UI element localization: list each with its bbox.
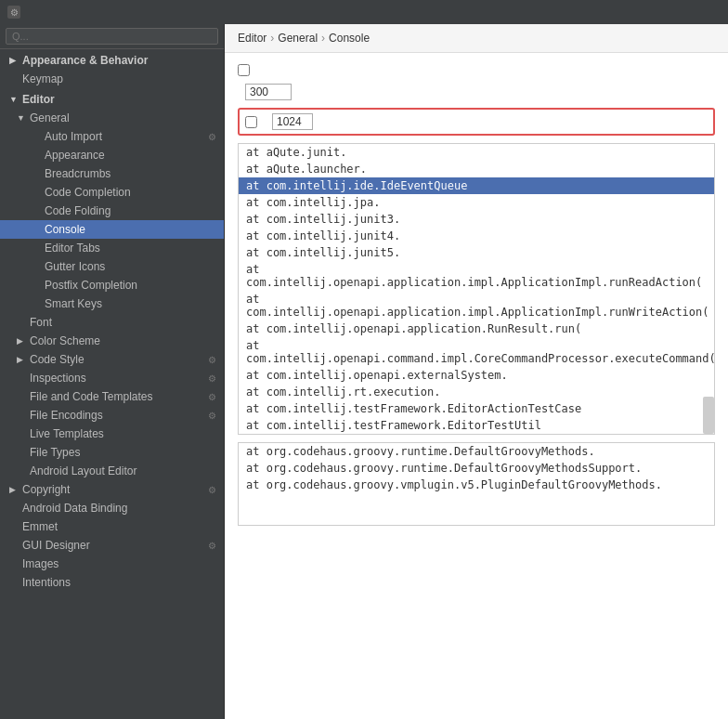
exception-list-item: at org.codehaus.groovy.runtime.DefaultGr… (239, 443, 714, 460)
sidebar-item-label: Code Completion (45, 186, 131, 199)
settings-icon: ⚙ (208, 373, 216, 384)
sidebar-item-label: Code Folding (45, 204, 110, 217)
content-body: at aQute.junit.at aQute.launcher.at com.… (225, 53, 728, 719)
exceptions-section: at org.codehaus.groovy.runtime.DefaultGr… (238, 442, 715, 526)
sidebar-item-label: Appearance & Behavior (22, 54, 148, 67)
sidebar-item-appearance-behavior[interactable]: ▶Appearance & Behavior (0, 49, 224, 70)
sidebar-item-label: File Encodings (30, 409, 103, 422)
history-row (238, 84, 715, 100)
fold-list-item[interactable]: at com.intellij.ide.IdeEventQueue (239, 177, 714, 194)
sidebar-item-editor[interactable]: ▼Editor (0, 88, 224, 109)
sidebar-item-code-folding[interactable]: Code Folding (0, 202, 224, 220)
fold-list-item[interactable]: at com.intellij.openapi.application.impl… (239, 261, 714, 291)
settings-icon: ⚙ (208, 541, 216, 551)
sidebar-item-file-encodings[interactable]: File Encodings⚙ (0, 406, 224, 425)
sidebar-item-android-layout-editor[interactable]: Android Layout Editor (0, 462, 224, 480)
search-bar (0, 24, 224, 49)
fold-list-item[interactable]: at com.intellij.testFramework.EditorActi… (239, 400, 714, 417)
sidebar-item-label: Editor (22, 93, 55, 106)
chevron-icon: ▼ (9, 95, 19, 104)
sidebar-item-live-templates[interactable]: Live Templates (0, 425, 224, 443)
settings-icon: ⚙ (208, 355, 216, 365)
sidebar-item-general[interactable]: ▼General (0, 109, 224, 127)
fold-list-item[interactable]: at com.intellij.testFramework.EditorTest… (239, 417, 714, 434)
breadcrumb-part-2: Console (329, 32, 370, 45)
sidebar-item-code-completion[interactable]: Code Completion (0, 183, 224, 202)
sidebar-item-label: Font (30, 316, 52, 329)
sidebar-item-label: Emmet (22, 520, 58, 533)
fold-list-item[interactable]: at aQute.junit. (239, 144, 714, 161)
sidebar-item-label: Gutter Icons (45, 260, 105, 273)
settings-icon: ⚙ (208, 485, 216, 495)
app-icon: ⚙ (7, 6, 20, 19)
sidebar-item-copyright[interactable]: ▶Copyright⚙ (0, 480, 224, 499)
sidebar-item-gutter-icons[interactable]: Gutter Icons (0, 257, 224, 276)
sidebar-item-label: File Types (30, 446, 80, 459)
sidebar-item-label: GUI Designer (22, 539, 90, 552)
fold-list-item[interactable]: at com.intellij.rt.execution. (239, 384, 714, 400)
soft-wraps-row (238, 64, 715, 76)
title-bar: ⚙ (0, 0, 728, 24)
sidebar-item-images[interactable]: Images (0, 555, 224, 573)
sidebar-item-code-style[interactable]: ▶Code Style⚙ (0, 350, 224, 369)
sidebar: ▶Appearance & Behavior Keymap▼Editor▼Gen… (0, 24, 225, 719)
fold-scrollbar[interactable] (703, 397, 714, 434)
override-value-input[interactable] (272, 113, 313, 130)
sidebar-item-editor-tabs[interactable]: Editor Tabs (0, 239, 224, 257)
search-input[interactable] (6, 28, 218, 45)
fold-list-item[interactable]: at com.intellij.openapi.application.RunR… (239, 320, 714, 337)
override-checkbox[interactable] (245, 116, 257, 128)
content-panel: Editor › General › Console (225, 24, 728, 719)
breadcrumb: Editor › General › Console (225, 24, 728, 53)
exception-list-item: at org.codehaus.groovy.runtime.DefaultGr… (239, 460, 714, 477)
sidebar-item-label: Console (45, 223, 85, 236)
fold-list-item[interactable]: at com.intellij.openapi.externalSystem. (239, 367, 714, 384)
exception-list-item: at org.codehaus.groovy.vmplugin.v5.Plugi… (239, 477, 714, 493)
chevron-icon: ▶ (9, 485, 19, 494)
sidebar-item-console[interactable]: Console (0, 220, 224, 239)
fold-list-item[interactable]: at com.intellij.junit3. (239, 211, 714, 228)
sidebar-item-label: General (30, 111, 70, 124)
fold-list-item[interactable]: at com.intellij.openapi.command.impl.Cor… (239, 337, 714, 367)
fold-list-item[interactable]: at com.intellij.junit5. (239, 244, 714, 261)
sidebar-item-intentions[interactable]: Intentions (0, 573, 224, 592)
sidebar-item-gui-designer[interactable]: GUI Designer⚙ (0, 536, 224, 555)
sidebar-item-auto-import[interactable]: Auto Import⚙ (0, 127, 224, 146)
chevron-icon: ▼ (17, 113, 26, 123)
sidebar-item-android-data-binding[interactable]: Android Data Binding (0, 499, 224, 517)
sidebar-item-label: Color Scheme (30, 334, 100, 347)
sidebar-item-breadcrumbs[interactable]: Breadcrumbs (0, 164, 224, 183)
chevron-icon: ▶ (17, 336, 26, 346)
main-layout: ▶Appearance & Behavior Keymap▼Editor▼Gen… (0, 24, 728, 719)
sidebar-item-label: Breadcrumbs (45, 167, 110, 180)
sidebar-item-label: Smart Keys (45, 297, 102, 310)
sidebar-item-label: Copyright (22, 483, 70, 496)
sidebar-item-label: Images (22, 557, 58, 570)
sidebar-item-file-types[interactable]: File Types (0, 443, 224, 462)
sidebar-item-keymap[interactable]: Keymap (0, 70, 224, 88)
sidebar-item-smart-keys[interactable]: Smart Keys (0, 294, 224, 313)
breadcrumb-part-0: Editor (238, 32, 266, 45)
chevron-icon: ▶ (17, 355, 26, 364)
fold-list-item[interactable]: at com.intellij.jpa. (239, 194, 714, 211)
sidebar-item-emmet[interactable]: Emmet (0, 517, 224, 536)
sidebar-item-file-code-templates[interactable]: File and Code Templates⚙ (0, 387, 224, 406)
settings-icon: ⚙ (208, 132, 216, 142)
exceptions-list[interactable]: at org.codehaus.groovy.runtime.DefaultGr… (238, 442, 715, 526)
fold-list-item[interactable]: at aQute.launcher. (239, 161, 714, 177)
history-value-input[interactable] (245, 84, 292, 100)
sidebar-items-container: ▶Appearance & Behavior Keymap▼Editor▼Gen… (0, 49, 224, 592)
sidebar-item-label: Keymap (22, 72, 63, 85)
soft-wraps-checkbox[interactable] (238, 64, 250, 76)
fold-list[interactable]: at aQute.junit.at aQute.launcher.at com.… (238, 143, 715, 435)
sidebar-item-appearance[interactable]: Appearance (0, 146, 224, 164)
sidebar-item-font[interactable]: Font (0, 313, 224, 332)
sidebar-item-color-scheme[interactable]: ▶Color Scheme (0, 332, 224, 350)
fold-list-item[interactable]: at com.intellij.openapi.application.impl… (239, 291, 714, 320)
chevron-icon: ▶ (9, 56, 19, 65)
sidebar-item-label: Android Data Binding (22, 502, 127, 515)
sidebar-item-postfix-completion[interactable]: Postfix Completion (0, 276, 224, 294)
sidebar-item-inspections[interactable]: Inspections⚙ (0, 369, 224, 387)
fold-items-container: at aQute.junit.at aQute.launcher.at com.… (239, 144, 714, 434)
fold-list-item[interactable]: at com.intellij.junit4. (239, 228, 714, 244)
